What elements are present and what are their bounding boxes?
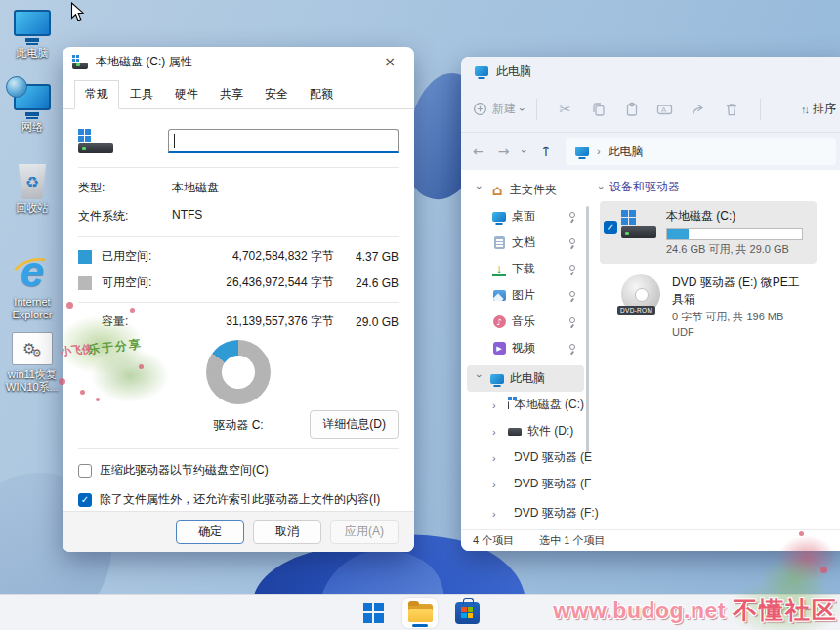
store-icon <box>455 602 480 624</box>
chevron-down-icon: › <box>596 186 608 189</box>
group-header-devices-and-drives[interactable]: › 设备和驱动器 <box>600 179 840 195</box>
compress-checkbox[interactable] <box>78 464 92 478</box>
sidebar-item-downloads[interactable]: ↓ 下载 <box>467 256 584 282</box>
tab-general[interactable]: 常规 <box>74 80 119 109</box>
sidebar-item-dvd-clipped[interactable]: › DVD 驱动器 (F:) <box>467 500 584 526</box>
taskbar-microsoft-store[interactable] <box>449 598 484 628</box>
dialog-footer: 确定 取消 应用(A) <box>63 511 414 552</box>
desktop-icon-label: win11恢复 WIN10系... <box>6 368 59 393</box>
explorer-tab[interactable]: 此电脑 <box>461 57 840 86</box>
sidebar-item-local-disk-c[interactable]: › 本地磁盘 (C:) <box>467 392 584 418</box>
download-icon: ↓ <box>492 263 506 276</box>
chevron-down-icon: › <box>474 374 485 384</box>
this-pc-icon <box>575 147 589 156</box>
text-caret <box>174 134 175 148</box>
explorer-toolbar: 新建 › ✂ A <box>461 86 840 133</box>
properties-dialog: 本地磁盘 (C:) 属性 × 常规 工具 硬件 共享 安全 配额 类型: 本地磁… <box>63 47 414 552</box>
sidebar-scrollbar[interactable] <box>586 206 589 452</box>
selection-checkbox[interactable]: ✓ <box>604 221 617 234</box>
pin-icon <box>569 317 575 323</box>
ok-button[interactable]: 确定 <box>176 520 244 544</box>
tab-hardware[interactable]: 硬件 <box>164 80 209 109</box>
share-icon[interactable] <box>682 102 715 117</box>
rename-icon[interactable]: A <box>649 102 682 117</box>
type-row: 类型: 本地磁盘 <box>78 180 399 196</box>
history-chevron-icon[interactable]: › <box>519 149 530 153</box>
pin-icon <box>569 212 575 218</box>
dialog-title: 本地磁盘 (C:) 属性 <box>96 54 367 70</box>
back-icon[interactable]: ← <box>473 144 484 159</box>
compress-checkbox-row[interactable]: 压缩此驱动器以节约磁盘空间(C) <box>78 462 399 479</box>
cancel-button[interactable]: 取消 <box>253 520 321 544</box>
sort-button[interactable]: ↑↓ 排序 <box>801 101 836 117</box>
drive-item-local-disk-c[interactable]: ✓ 本地磁盘 (C:) 24.6 GB 可用, 共 29.0 GB <box>600 201 817 264</box>
sidebar-item-software-d[interactable]: › 软件 (D:) <box>467 418 584 444</box>
filesystem-row: 文件系统: NTFS <box>78 208 399 225</box>
pin-icon <box>569 291 575 297</box>
sidebar-item-this-pc[interactable]: › 此电脑 <box>467 365 584 392</box>
globe-icon <box>6 76 27 98</box>
cut-icon[interactable]: ✂ <box>549 101 582 118</box>
index-checkbox-row[interactable]: ✓ 除了文件属性外，还允许索引此驱动器上文件的内容(I) <box>78 491 399 508</box>
sidebar-item-videos[interactable]: ▶ 视频 <box>467 335 584 361</box>
sort-arrows-icon: ↑↓ <box>801 104 808 115</box>
sidebar-item-dvd-e[interactable]: › DVD 驱动器 (E <box>467 444 584 471</box>
dialog-tabs: 常规 工具 硬件 共享 安全 配额 <box>63 76 414 109</box>
sidebar-item-desktop[interactable]: 桌面 <box>467 203 584 230</box>
drive-filesystem: UDF <box>672 326 809 338</box>
tab-security[interactable]: 安全 <box>254 80 299 109</box>
desktop-icon-internet-explorer[interactable]: e Internet Explorer <box>2 250 63 320</box>
breadcrumb[interactable]: › 此电脑 <box>566 138 836 165</box>
dialog-general-page: 类型: 本地磁盘 文件系统: NTFS 已用空间: 4,702,584,832 … <box>63 109 414 508</box>
sidebar-item-home[interactable]: › ⌂ 主文件夹 <box>467 177 584 203</box>
sidebar-item-music[interactable]: ♪ 音乐 <box>467 309 584 335</box>
desktop-icon <box>492 212 506 222</box>
items-count: 4 个项目 <box>473 533 514 548</box>
videos-icon: ▶ <box>493 342 506 355</box>
home-icon: ⌂ <box>490 184 504 197</box>
forward-icon[interactable]: → <box>498 144 510 159</box>
details-button[interactable]: 详细信息(D) <box>310 410 399 439</box>
close-icon[interactable]: × <box>375 54 404 69</box>
delete-icon[interactable] <box>715 102 748 117</box>
explorer-body: › ⌂ 主文件夹 桌面 文档 ↓ 下载 <box>461 171 840 529</box>
chevron-down-icon: › <box>474 186 485 195</box>
desktop-icon-network[interactable]: 网络 <box>2 84 63 134</box>
free-space-row: 可用空间: 26,436,972,544 字节 24.6 GB <box>78 274 399 291</box>
up-icon[interactable]: ↑ <box>540 144 552 159</box>
start-button[interactable] <box>356 598 391 628</box>
tab-tools[interactable]: 工具 <box>119 80 164 109</box>
this-pc-icon <box>14 10 51 36</box>
copy-icon[interactable] <box>582 102 615 117</box>
status-bar: 4 个项目 选中 1 个项目 <box>461 529 840 551</box>
new-button[interactable]: 新建 › <box>473 101 525 117</box>
tab-sharing[interactable]: 共享 <box>209 80 254 109</box>
breadcrumb-location[interactable]: 此电脑 <box>609 144 644 160</box>
address-bar: ← → › ↑ › 此电脑 <box>461 133 840 170</box>
chevron-right-icon: › <box>492 426 502 438</box>
desktop-icon-label: Internet Explorer <box>13 296 53 320</box>
mouse-cursor <box>70 2 85 22</box>
divider <box>78 167 399 168</box>
volume-label-input[interactable] <box>168 129 399 153</box>
breadcrumb-separator: › <box>597 146 601 157</box>
desktop-icon-win-recovery-tool[interactable]: ⚙⚙ win11恢复 WIN10系... <box>2 332 63 393</box>
index-checkbox[interactable]: ✓ <box>78 493 92 507</box>
dialog-titlebar: 本地磁盘 (C:) 属性 × <box>63 47 414 76</box>
drive-item-dvd-e[interactable]: DVD-ROM DVD 驱动器 (E:) 微PE工具箱 0 字节 可用, 共 1… <box>600 268 817 345</box>
toolbar-divider <box>760 99 761 120</box>
taskbar-file-explorer[interactable] <box>402 598 438 628</box>
sidebar-item-pictures[interactable]: 图片 <box>467 282 584 309</box>
explorer-tab-title: 此电脑 <box>496 63 531 80</box>
desktop-icon-this-pc[interactable]: 此电脑 <box>2 10 63 60</box>
divider <box>78 448 399 449</box>
sidebar-item-documents[interactable]: 文档 <box>467 230 584 256</box>
desktop-icon-recycle-bin[interactable]: ♻ 回收站 <box>2 164 63 215</box>
tab-quota[interactable]: 配额 <box>299 80 344 109</box>
dvd-media-label: DVD-ROM <box>617 306 655 315</box>
used-space-row: 已用空间: 4,702,584,832 字节 4.37 GB <box>78 248 399 265</box>
sidebar-item-dvd-f[interactable]: › DVD 驱动器 (F <box>467 471 584 497</box>
drive-name: DVD 驱动器 (E:) 微PE工具箱 <box>672 274 809 308</box>
paste-icon[interactable] <box>615 102 649 117</box>
capacity-row: 容量: 31,139,557,376 字节 29.0 GB <box>78 314 399 330</box>
